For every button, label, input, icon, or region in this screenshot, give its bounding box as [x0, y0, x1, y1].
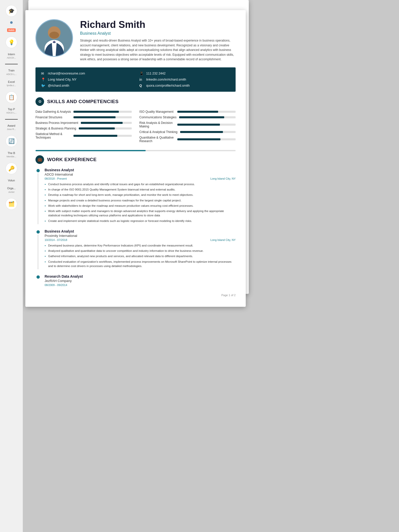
sidebar-icon-3[interactable]: 📋	[6, 91, 17, 103]
job-bullet-0-3: Manage projects and create a detailed bu…	[45, 198, 236, 203]
job-content-1: Business Analyst Proximity International…	[45, 229, 236, 269]
job-bullets-1: Developed business plans, determine Key …	[45, 243, 236, 268]
skill-row-3: Strategic & Business Planning	[35, 127, 132, 130]
resume-page-1: Richard Smith Business Analyst Strategic…	[25, 10, 246, 307]
progress-line	[35, 150, 236, 151]
sidebar-item-theb: The BMembe...	[7, 151, 16, 158]
job-period-1: 10/2014 - 07/2018	[45, 238, 67, 241]
job-bullet-1-3: Conducted evaluation of organization's w…	[45, 260, 236, 269]
contact-twitter: 🐦 @richard.smith	[41, 84, 132, 88]
job-bullet-1-0: Developed business plans, determine Key …	[45, 243, 236, 248]
job-meta-1: 10/2014 - 07/2018 Long Island City, NY	[45, 238, 236, 241]
person-title: Business Analyst	[80, 31, 236, 36]
avatar	[35, 19, 73, 57]
skill-row-0: Data Gathering & Analysis	[35, 110, 132, 113]
skill-row-r4: Quantitative & QualitativeResearch	[139, 136, 236, 143]
skills-icon: ⚙	[35, 97, 44, 106]
skill-bar-bg-3	[79, 127, 132, 129]
sidebar-item-excel: Excellynda.c...	[7, 80, 16, 87]
job-period-2: 08/2009 - 09/2014	[45, 283, 67, 287]
skill-bar-fill-0	[73, 111, 119, 113]
job-bullets-0: Conduct business process analysis and id…	[45, 182, 236, 223]
job-meta-0: 08/2018 - Present Long Island City, NY	[45, 177, 236, 180]
contact-phone: 📱 111 232 2442	[139, 71, 230, 75]
job-company-1: Proximity International	[45, 234, 236, 238]
progress-fill	[35, 150, 146, 151]
job-bullet-0-2: Develop a roadmap for short and long-ter…	[45, 193, 236, 197]
avatar-svg	[36, 19, 72, 57]
sidebar-icon-4[interactable]: 🔄	[6, 135, 17, 147]
skill-bar-fill-r3	[180, 131, 223, 133]
skills-section: ⚙ SKILLS AND COMPETENCIES Data Gathering…	[35, 97, 236, 145]
sidebar-dot	[10, 21, 13, 24]
sidebar-icon-5[interactable]: 🔑	[6, 163, 17, 174]
sidebar-item-orga: Orga...Junior	[7, 187, 16, 193]
job-entry-1: Business Analyst Proximity International…	[35, 229, 236, 269]
sidebar-item-topp: Top PADCD L...	[6, 108, 16, 114]
sidebar-item-volun: Volun	[8, 179, 15, 182]
job-meta-2: 08/2009 - 09/2014	[45, 283, 236, 287]
job-dot-0	[36, 169, 40, 172]
sidebar-icon-6[interactable]: 🗂️	[6, 198, 17, 210]
skill-bar-bg-r4	[177, 138, 236, 140]
pages-wrapper: Page 2 of 2	[25, 8, 249, 307]
job-company-2: JezRAH Company	[45, 279, 236, 283]
skill-row-4: Statistical Method &Techniques	[35, 132, 132, 139]
skill-bar-bg-r2	[177, 124, 236, 126]
skill-bar-bg-r0	[177, 111, 236, 113]
job-content-0: Business Analyst ADCD International 08/2…	[45, 168, 236, 224]
skill-bar-fill-2	[81, 122, 123, 124]
sidebar-group-hubspot: HubS	[7, 28, 16, 32]
sidebar-divider-2	[5, 119, 18, 120]
sidebar: 🎓 HubS 💡 InternADCDI... TrainADCD L... E…	[0, 0, 23, 532]
skill-bar-bg-2	[81, 122, 132, 124]
sidebar-item-intern: InternADCDI...	[7, 53, 16, 59]
skill-bar-fill-4	[73, 135, 117, 137]
skills-right-col: ISO Quality Management Communications St…	[139, 110, 236, 145]
job-content-2: Research Data Analyst JezRAH Company 08/…	[45, 274, 236, 289]
job-bullet-0-4: Work with stakeholders to design the roa…	[45, 204, 236, 208]
job-location-0: Long Island City, NY	[211, 177, 236, 180]
contact-bar: ✉ richard@novoresume.com 📱 111 232 2442 …	[35, 67, 236, 92]
job-bullet-0-6: Create and implement simple statistical …	[45, 219, 236, 223]
sidebar-icon-2[interactable]: 💡	[6, 36, 17, 48]
sidebar-item-train: TrainADCD L...	[6, 69, 16, 75]
skill-row-r1: Communications Strategies	[139, 116, 236, 119]
skills-title: SKILLS AND COMPETENCIES	[47, 99, 119, 104]
contact-quora: Q quora.com/profile/richard.smith	[139, 84, 230, 88]
skill-row-r2: Risk Analysis & DecisionMaking	[139, 121, 236, 128]
twitter-icon: 🐦	[41, 84, 46, 88]
skill-bar-bg-0	[73, 111, 132, 113]
job-timeline-0	[35, 168, 41, 224]
person-name: Richard Smith	[80, 19, 236, 30]
job-bullet-1-2: Gathered information, analyzed new produ…	[45, 254, 236, 258]
job-entry-2: Research Data Analyst JezRAH Company 08/…	[35, 274, 236, 289]
skill-bar-fill-r2	[177, 124, 220, 126]
job-company-0: ADCD International	[45, 173, 236, 176]
work-icon: 💼	[35, 155, 44, 164]
page-number: Page 1 of 2	[35, 294, 236, 297]
job-title-0: Business Analyst	[45, 168, 236, 172]
skill-row-r0: ISO Quality Management	[139, 110, 236, 113]
skill-row-1: Financial Structures	[35, 116, 132, 119]
linkedin-icon: in	[139, 78, 144, 82]
job-period-0: 08/2018 - Present	[45, 177, 67, 180]
job-dot-1	[36, 230, 40, 234]
contact-location: 📍 Long Island City, NY	[41, 78, 132, 82]
skills-left-col: Data Gathering & Analysis Financial Stru…	[35, 110, 132, 145]
contact-linkedin: in linkedin.com/in/richard.smith	[139, 78, 230, 82]
phone-icon: 📱	[139, 71, 144, 75]
work-title: WORK EXPERIENCE	[47, 157, 97, 162]
work-section-header: 💼 WORK EXPERIENCE	[35, 155, 236, 164]
contact-email: ✉ richard@novoresume.com	[41, 71, 132, 75]
email-icon: ✉	[41, 71, 46, 75]
job-timeline-2	[35, 274, 41, 289]
job-title-2: Research Data Analyst	[45, 274, 236, 278]
skills-grid: Data Gathering & Analysis Financial Stru…	[35, 110, 236, 145]
sidebar-icon-1[interactable]: 🎓	[6, 5, 17, 17]
skill-bar-bg-1	[73, 116, 132, 118]
svg-point-2	[49, 32, 59, 39]
job-bullet-1-1: Analyzed qualitative and quantitative da…	[45, 249, 236, 253]
skill-bar-bg-r1	[179, 116, 236, 118]
hubspot-badge[interactable]: HubS	[7, 28, 16, 32]
